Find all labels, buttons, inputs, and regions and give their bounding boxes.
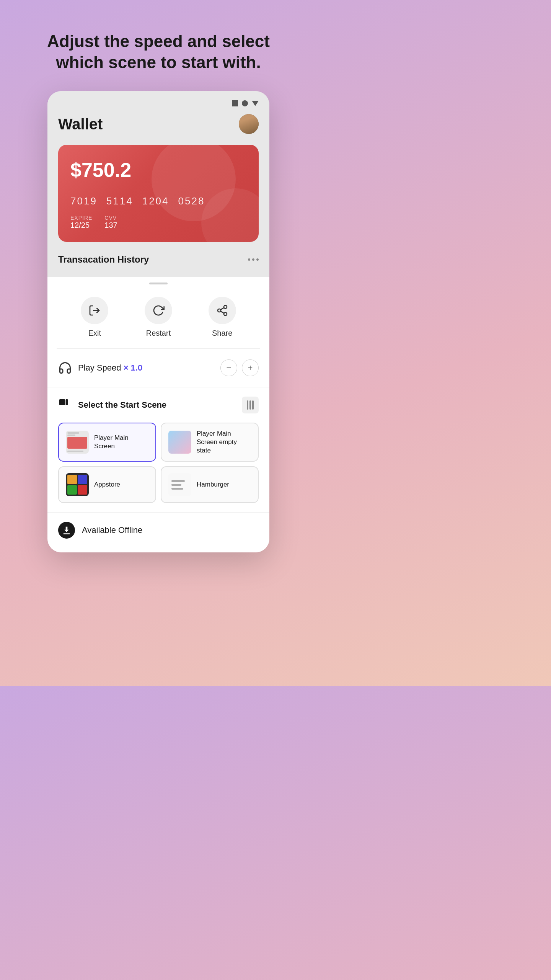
select-scene-label: Select the Start Scene [78,400,236,410]
svg-point-2 [218,309,221,312]
download-icon [61,525,72,536]
dot-icon [248,258,250,261]
share-button[interactable]: Share [209,297,236,338]
bottom-sheet: Exit Restart [47,277,269,552]
svg-line-4 [220,311,224,313]
dot-icon [252,258,254,261]
scene-item-appstore[interactable]: Appstore [58,466,156,503]
select-scene-row: Select the Start Scene [47,387,269,420]
speed-value: × 1.0 [124,363,143,372]
offline-row: Available Offline [47,512,269,552]
scene-item-player-empty[interactable]: Player Main Screen empty state [161,423,259,462]
restart-icon-circle [145,297,172,324]
exit-icon [88,304,101,317]
svg-rect-6 [59,399,65,405]
credit-card: $750.2 7019 5114 1204 0528 EXPIRE 12/25 … [58,145,259,242]
wallet-screen: Wallet $750.2 7019 5114 1204 0528 EXPIRE… [47,91,269,277]
restart-button[interactable]: Restart [145,297,172,338]
transaction-title: Transacation History [58,254,149,265]
phone-shell: Wallet $750.2 7019 5114 1204 0528 EXPIRE… [47,91,269,552]
avatar-image [239,114,259,134]
circle-status-icon [242,100,248,106]
scene-thumbnail-player-main [66,431,89,454]
headline-line1: Adjust the speed and select [47,32,270,51]
share-icon [216,304,228,317]
share-icon-circle [209,297,236,324]
svg-rect-7 [66,399,68,405]
drag-handle [149,283,168,284]
scene-item-player-main[interactable]: Player Main Screen [58,423,156,462]
avatar[interactable] [239,114,259,134]
card-number: 7019 5114 1204 0528 [70,195,246,207]
action-buttons: Exit Restart [47,284,269,348]
speed-decrease-button[interactable]: − [220,359,237,376]
card-expire: EXPIRE 12/25 [70,215,92,230]
exit-button[interactable]: Exit [81,297,108,338]
headline: Adjust the speed and select which scene … [47,31,270,73]
headline-line2: which scene to start with. [56,53,261,72]
scene-item-hamburger[interactable]: Hamburger [161,466,259,503]
svg-point-3 [224,312,227,315]
more-menu-button[interactable] [248,258,259,261]
exit-icon-circle [81,297,108,324]
card-details: EXPIRE 12/25 CVV 137 [70,215,246,230]
svg-point-1 [224,305,227,309]
restart-icon [152,304,165,317]
svg-line-5 [220,308,224,310]
offline-icon [58,522,75,539]
filmstrip-icon [242,397,259,413]
status-bar [58,100,259,106]
speed-increase-button[interactable]: + [242,359,259,376]
clapperboard-icon [58,398,72,412]
play-speed-row: Play Speed × 1.0 − + [47,349,269,387]
scene-thumbnail-appstore [66,473,89,496]
play-speed-label: Play Speed × 1.0 [78,363,214,373]
card-balance: $750.2 [70,158,246,181]
scene-grid: Player Main Screen Player Main Screen em… [47,420,269,512]
wallet-header: Wallet [58,114,259,134]
sheet-handle [47,277,269,284]
scene-thumbnail-player-empty [168,431,191,454]
headphone-icon [58,361,72,375]
offline-label: Available Offline [82,525,142,535]
wallet-title: Wallet [58,116,103,133]
speed-controls: − + [220,359,259,376]
transaction-header: Transacation History [58,254,259,265]
battery-icon [252,101,259,106]
card-cvv: CVV 137 [104,215,117,230]
dot-icon [256,258,259,261]
signal-icon [232,100,238,106]
scene-thumbnail-hamburger [168,473,191,496]
